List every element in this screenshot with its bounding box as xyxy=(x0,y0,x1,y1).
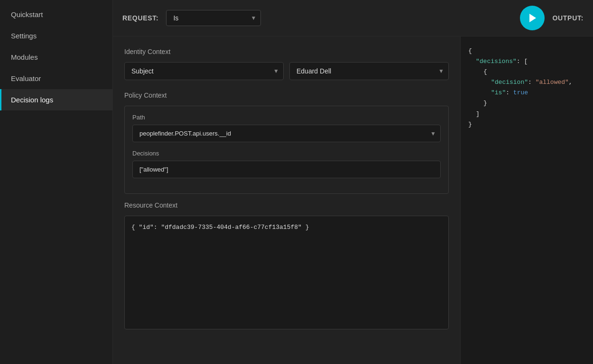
sidebar-item-quickstart[interactable]: Quickstart xyxy=(0,4,112,25)
sidebar-item-decision-logs[interactable]: Decision logs xyxy=(0,89,112,110)
output-panel: { "decisions": [ { "decision": "allowed"… xyxy=(460,36,593,364)
play-icon xyxy=(527,12,538,24)
content-area: Identity Context Subject ▼ Eduard Dell ▼ xyxy=(113,36,593,364)
identity-context-label: Identity Context xyxy=(124,48,449,55)
request-select[interactable]: Is xyxy=(166,10,261,26)
topbar: REQUEST: Is ▼ OUTPUT: xyxy=(113,0,593,36)
path-field-group: Path peoplefinder.POST.api.users.__id ▼ xyxy=(132,114,441,142)
user-select-wrapper: Eduard Dell ▼ xyxy=(289,62,449,80)
output-json: { "decisions": [ { "decision": "allowed"… xyxy=(468,46,585,130)
identity-row: Subject ▼ Eduard Dell ▼ xyxy=(124,62,449,80)
path-select-wrapper: peoplefinder.POST.api.users.__id ▼ xyxy=(132,125,441,142)
policy-context-label: Policy Context xyxy=(124,91,449,99)
form-panel: Identity Context Subject ▼ Eduard Dell ▼ xyxy=(113,36,460,364)
sidebar: Quickstart Settings Modules Evaluator De… xyxy=(0,0,113,364)
path-label: Path xyxy=(132,114,441,121)
decisions-field-group: Decisions xyxy=(132,150,441,178)
user-select[interactable]: Eduard Dell xyxy=(289,62,449,80)
identity-context-section: Identity Context Subject ▼ Eduard Dell ▼ xyxy=(124,48,449,80)
resource-context-section: Resource Context { "id": "dfdadc39-7335-… xyxy=(124,201,449,331)
policy-context-box: Path peoplefinder.POST.api.users.__id ▼ … xyxy=(124,106,449,194)
decisions-input[interactable] xyxy=(132,161,441,178)
run-button[interactable] xyxy=(520,6,545,30)
request-select-wrapper: Is ▼ xyxy=(166,10,261,26)
path-select[interactable]: peoplefinder.POST.api.users.__id xyxy=(132,125,441,142)
subject-select-wrapper: Subject ▼ xyxy=(124,62,284,80)
subject-select[interactable]: Subject xyxy=(124,62,284,80)
main-area: REQUEST: Is ▼ OUTPUT: Identity Context xyxy=(113,0,593,364)
request-label: REQUEST: xyxy=(122,14,158,22)
policy-context-section: Policy Context Path peoplefinder.POST.ap… xyxy=(124,91,449,194)
sidebar-item-settings[interactable]: Settings xyxy=(0,25,112,46)
output-label: OUTPUT: xyxy=(552,14,584,22)
resource-textarea[interactable]: { "id": "dfdadc39-7335-404d-af66-c77cf13… xyxy=(124,216,449,329)
svg-marker-0 xyxy=(529,14,536,22)
resource-context-label: Resource Context xyxy=(124,201,449,209)
sidebar-item-evaluator[interactable]: Evaluator xyxy=(0,68,112,89)
decisions-label: Decisions xyxy=(132,150,441,157)
sidebar-item-modules[interactable]: Modules xyxy=(0,46,112,68)
